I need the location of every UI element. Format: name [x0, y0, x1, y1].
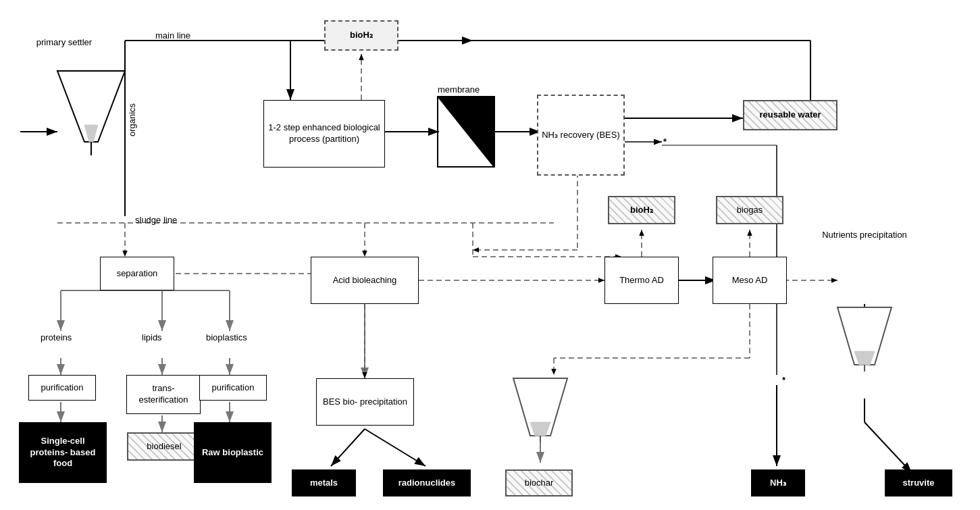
primary-settler-funnel [54, 68, 128, 155]
acid-bioleaching-box: Acid bioleaching [311, 257, 419, 304]
bes-bioprecip-box: BES bio- precipitation [316, 378, 414, 426]
svg-marker-58 [439, 98, 493, 165]
bio-process-box: 1-2 step enhanced biological process (pa… [263, 100, 385, 168]
main-line-label: main line [155, 30, 190, 41]
star1-label: * [663, 136, 667, 147]
membrane-label: membrane [438, 84, 480, 95]
nutrients-precip-label: Nutrients precipitation [821, 230, 908, 240]
biodiesel-box: biodiesel [127, 432, 201, 461]
process-diagram: primary settler main line organics 1-2 s… [0, 0, 980, 510]
meso-ad-box: Meso AD [713, 257, 787, 304]
nh3-recovery-box: NH₃ recovery (BES) [537, 95, 625, 176]
membrane-shape [436, 95, 496, 169]
transesterification-box: trans- esterification [126, 375, 201, 414]
sludge-line-label: sludge line [135, 215, 177, 225]
biochar-box: biochar [505, 469, 573, 496]
separation-box: separation [100, 257, 174, 290]
proteins-label: proteins [41, 332, 72, 342]
svg-line-38 [365, 429, 425, 466]
single-cell-box: Single-cell proteins- based food [19, 422, 107, 483]
svg-line-42 [865, 422, 912, 473]
bioh2-top-box: bioH₂ [324, 20, 398, 51]
metals-box: metals [292, 469, 356, 496]
organics-label: organics [127, 93, 137, 147]
lipids-label: lipids [142, 332, 162, 342]
nutrients-precip-funnel [834, 304, 895, 372]
struvite-box: struvite [885, 469, 952, 496]
nh3-bottom-box: NH₃ [751, 469, 805, 496]
biogas-box: biogas [716, 196, 783, 224]
svg-line-37 [331, 429, 365, 466]
primary-settler-label: primary settler [30, 37, 98, 47]
radionuclides-box: radionuclides [383, 469, 471, 496]
bioh2-mid-box: bioH₂ [608, 196, 675, 224]
reusable-water-box: reusable water [743, 100, 837, 130]
star2-label: * [782, 375, 785, 385]
raw-bioplastic-box: Raw bioplastic [194, 422, 272, 483]
purification2-box: purification [199, 375, 267, 401]
thermo-ad-box: Thermo AD [604, 257, 679, 304]
purification1-box: purification [28, 375, 96, 401]
bioplastics-label: bioplastics [206, 332, 247, 342]
sludge-funnel [510, 375, 571, 442]
